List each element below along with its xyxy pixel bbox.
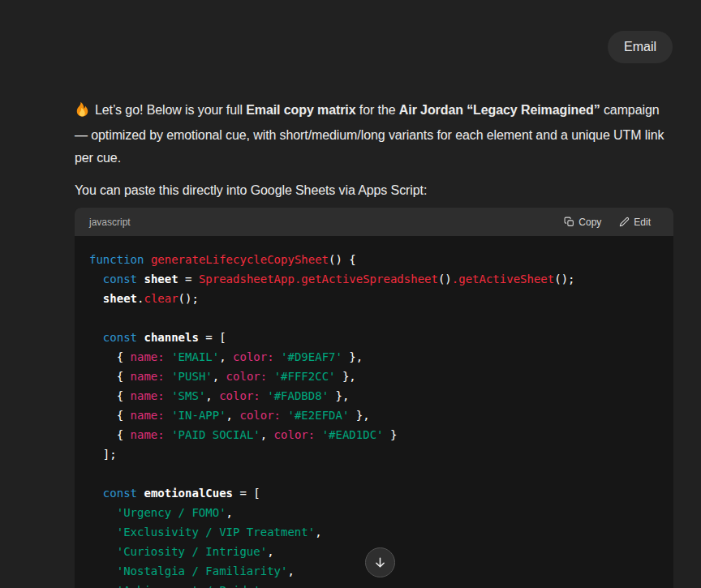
assistant-message: Let’s go! Below is your full Email copy … — [75, 99, 673, 588]
assistant-paragraph-2: You can paste this directly into Google … — [75, 179, 673, 202]
assistant-paragraph-1: Let’s go! Below is your full Email copy … — [75, 99, 673, 170]
fire-emoji-icon — [75, 101, 90, 124]
user-message-text: Email — [624, 40, 656, 54]
edit-button[interactable]: Edit — [614, 213, 656, 231]
code-header-actions: Copy Edit — [559, 213, 656, 231]
code-block: javascript Copy Edit function generateLi… — [75, 208, 673, 588]
edit-pencil-icon — [619, 217, 630, 227]
paragraph-1-segments: Let’s go! Below is your full Email copy … — [75, 103, 664, 165]
copy-icon — [564, 217, 574, 227]
scroll-to-bottom-button[interactable] — [365, 547, 395, 577]
copy-button[interactable]: Copy — [559, 213, 606, 231]
code-language-label: javascript — [89, 217, 131, 228]
arrow-down-icon — [373, 556, 387, 569]
edit-button-label: Edit — [634, 217, 651, 228]
user-message-bubble: Email — [608, 31, 673, 63]
copy-button-label: Copy — [578, 217, 601, 228]
code-content: function generateLifecycleCopySheet() { … — [75, 236, 673, 588]
code-block-header: javascript Copy Edit — [75, 208, 673, 236]
